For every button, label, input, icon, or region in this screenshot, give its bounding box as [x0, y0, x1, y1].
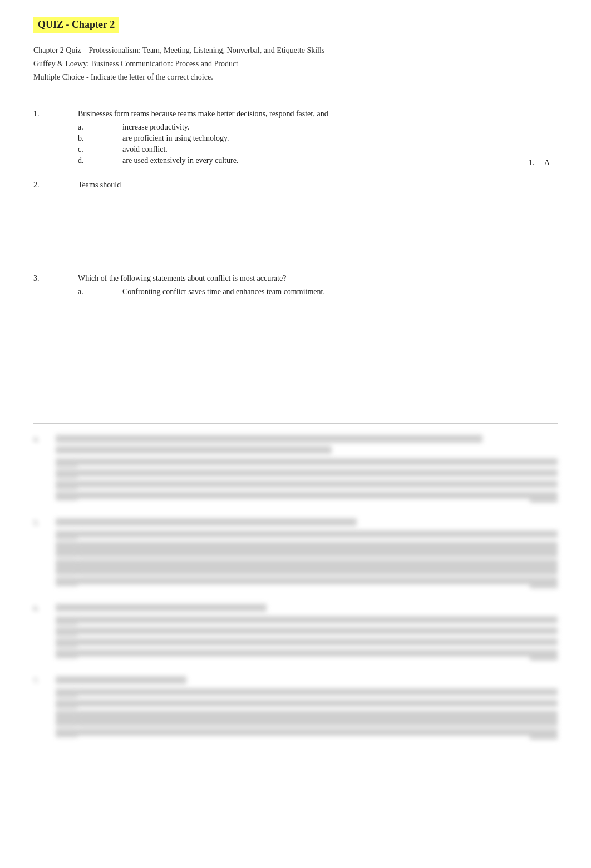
blurred-q4-opt-c — [56, 480, 558, 489]
question-1-option-b: b. are proficient in using technology. — [78, 134, 558, 143]
blurred-q6-opt-a — [56, 616, 558, 625]
question-1-option-d-text: are used extensively in every culture. — [122, 156, 558, 165]
question-1: 1. Businesses form teams because teams m… — [33, 110, 558, 167]
blurred-q7-opt-b — [56, 700, 558, 708]
question-1-option-d-letter: d. — [78, 156, 122, 165]
question-3-content: Which of the following statements about … — [78, 274, 558, 299]
blurred-q6-answer — [530, 653, 558, 661]
blurred-q5-content — [56, 518, 558, 588]
question-1-option-a-letter: a. — [78, 123, 122, 132]
subtitle-1: Chapter 2 Quiz – Professionalism: Team, … — [33, 46, 558, 55]
question-2: 2. Teams should — [33, 181, 558, 194]
blurred-q4-opt-d — [56, 492, 558, 500]
blurred-q4-opt-a — [56, 458, 558, 467]
blurred-q6-number: 6. — [33, 604, 56, 661]
quiz-title: QUIZ - Chapter 2 — [33, 17, 119, 33]
blurred-q4-content — [56, 435, 558, 503]
blurred-section: 4. — [33, 435, 558, 740]
question-1-answer: 1. __A__ — [529, 158, 558, 167]
blurred-question-7: 7. — [33, 676, 558, 740]
question-1-option-a-text: increase productivity. — [122, 123, 558, 132]
question-1-option-c-text: avoid conflict. — [122, 145, 558, 154]
question-3-option-a-text: Confronting conflict saves time and enha… — [122, 287, 558, 296]
blurred-q5-opt-c — [56, 559, 558, 575]
question-1-text: Businesses form teams because teams make… — [78, 110, 558, 118]
question-1-option-a: a. increase productivity. — [78, 123, 558, 132]
question-2-number: 2. — [33, 181, 78, 194]
question-1-option-d: d. are used extensively in every culture… — [78, 156, 558, 165]
blurred-q6-content — [56, 604, 558, 661]
blurred-q7-opt-d — [56, 728, 558, 737]
blurred-question-5: 5. — [33, 518, 558, 588]
blurred-q7-opt-c — [56, 711, 558, 726]
question-1-content: Businesses form teams because teams make… — [78, 110, 558, 167]
blurred-q4-text — [56, 435, 482, 443]
question-3-text: Which of the following statements about … — [78, 274, 558, 283]
blurred-q4-opt-b — [56, 469, 558, 478]
instructions: Multiple Choice - Indicate the letter of… — [33, 73, 558, 82]
blurred-q7-opt-a — [56, 688, 558, 697]
question-1-number: 1. — [33, 110, 78, 167]
question-3-option-a-letter: a. — [78, 287, 122, 296]
blurred-q5-opt-b — [56, 542, 558, 557]
blurred-q7-number: 7. — [33, 676, 56, 740]
blurred-q5-answer — [530, 581, 558, 588]
question-1-option-c: c. avoid conflict. — [78, 145, 558, 154]
question-2-content: Teams should — [78, 181, 558, 194]
blurred-q5-text — [56, 518, 357, 526]
blurred-q5-opt-d — [56, 577, 558, 586]
blurred-q4-number: 4. — [33, 435, 56, 503]
blurred-q4-subtext — [56, 446, 332, 454]
subtitle-2: Guffey & Loewy: Business Communication: … — [33, 59, 558, 68]
question-1-option-b-letter: b. — [78, 134, 122, 143]
blurred-q6-text — [56, 604, 267, 612]
blurred-q5-opt-a — [56, 530, 558, 539]
blurred-question-6: 6. — [33, 604, 558, 661]
blurred-q6-opt-b — [56, 627, 558, 636]
section-divider — [33, 423, 558, 424]
question-3-option-a: a. Confronting conflict saves time and e… — [78, 287, 558, 296]
question-2-text: Teams should — [78, 181, 558, 190]
blurred-q4-answer — [530, 495, 558, 503]
blurred-question-4: 4. — [33, 435, 558, 503]
blurred-q6-opt-d — [56, 649, 558, 658]
question-1-option-b-text: are proficient in using technology. — [122, 134, 558, 143]
question-3: 3. Which of the following statements abo… — [33, 274, 558, 299]
blurred-q7-answer — [530, 732, 558, 740]
question-3-number: 3. — [33, 274, 78, 299]
question-1-option-c-letter: c. — [78, 145, 122, 154]
blurred-q6-opt-c — [56, 638, 558, 647]
blurred-q7-content — [56, 676, 558, 740]
blurred-q5-number: 5. — [33, 518, 56, 588]
blurred-q7-text — [56, 676, 186, 684]
